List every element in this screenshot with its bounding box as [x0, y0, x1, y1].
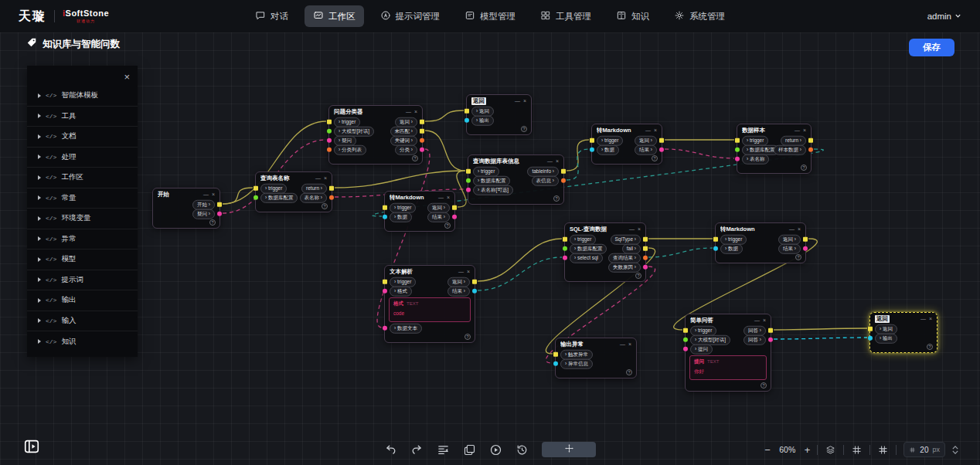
palette-item[interactable]: </>输入 — [27, 311, 138, 332]
palette-item[interactable]: </>智能体模板 — [27, 86, 138, 107]
nav-item-5[interactable]: 工具管理 — [532, 5, 600, 27]
close-icon[interactable]: × — [212, 192, 215, 197]
workflow-node-toMd3[interactable]: 转Markdown — ×› trigger返回 ›› 数据结果 ›? — [715, 222, 806, 263]
input-port[interactable]: › trigger — [383, 277, 416, 287]
help-icon[interactable]: ? — [444, 222, 451, 229]
output-port[interactable]: return › — [301, 184, 334, 194]
output-port[interactable]: 表信息 › — [532, 176, 566, 186]
output-port[interactable]: 分类 › — [395, 145, 424, 155]
snap-object-icon[interactable] — [877, 444, 889, 456]
output-port[interactable]: 表名称 › — [300, 193, 334, 203]
workflow-node-toMd1[interactable]: 转Markdown — ×› trigger返回 ›› 数据结果 ›? — [591, 124, 662, 165]
redo-icon[interactable] — [410, 443, 424, 457]
help-icon[interactable]: ? — [626, 369, 632, 375]
workflow-node-outErr[interactable]: 输出异常 — ×› 触发异常› 异常信息? — [555, 338, 637, 378]
input-port[interactable]: › 大模型[对话] — [683, 335, 730, 345]
input-port[interactable]: › 输出 — [868, 334, 897, 344]
input-port[interactable]: › 数据文本 — [383, 324, 422, 334]
help-icon[interactable]: ? — [927, 344, 933, 350]
output-port[interactable]: 回答 › — [744, 335, 773, 345]
workflow-node-sql[interactable]: SQL-查询数据 — ×› triggerSqlType ›› 数据库配置fai… — [564, 222, 646, 282]
input-port[interactable]: › 提问 — [683, 345, 713, 355]
user-menu[interactable]: admin — [927, 12, 961, 21]
palette-item[interactable]: </>文档 — [27, 127, 138, 148]
workflow-node-qdbi[interactable]: 查询数据库表信息 — ×› triggertableinfo ›› 数据库配置表… — [468, 154, 564, 205]
output-port[interactable]: 返回 › — [778, 235, 808, 245]
output-port[interactable]: 返回 › — [395, 117, 424, 127]
close-icon[interactable]: × — [467, 269, 470, 274]
history-icon[interactable] — [516, 443, 529, 457]
close-icon[interactable]: × — [124, 72, 130, 82]
minimize-icon[interactable]: — — [203, 192, 209, 197]
workflow-node-sample[interactable]: 数据样本 — ×› triggerreturn ›› 数据库配置样本数据 ›› … — [737, 124, 812, 174]
output-port[interactable]: tableinfo › — [527, 167, 566, 177]
minimize-icon[interactable]: — — [620, 341, 625, 347]
output-port[interactable]: 回答 › — [744, 326, 773, 336]
close-icon[interactable]: × — [929, 316, 932, 321]
close-icon[interactable]: × — [763, 317, 766, 323]
close-icon[interactable]: × — [803, 127, 806, 133]
minimize-icon[interactable]: — — [789, 226, 795, 232]
minimize-icon[interactable]: — — [315, 175, 321, 181]
input-port[interactable]: › trigger — [590, 136, 623, 146]
workflow-node-classifier[interactable]: 问题分类器 — ×› trigger返回 ›› 大模型[对话]未匹配 ›› 疑问… — [328, 105, 423, 165]
minimize-icon[interactable]: — — [515, 98, 520, 104]
grid-size-stepper[interactable] — [952, 446, 958, 454]
input-port[interactable]: › 大模型[对话] — [327, 127, 374, 137]
output-port[interactable]: 结果 › — [635, 145, 664, 155]
minimize-icon[interactable]: — — [754, 317, 760, 323]
palette-item[interactable]: </>异常 — [27, 229, 138, 250]
play-icon[interactable] — [489, 443, 502, 457]
input-port[interactable]: › 异常信息 — [553, 359, 593, 369]
nav-item-3[interactable]: 提示词管理 — [372, 5, 449, 27]
input-port[interactable]: › trigger — [254, 184, 287, 194]
zoom-out-button[interactable]: − — [764, 445, 771, 455]
grid-size-input[interactable]: 20 px — [903, 442, 945, 457]
close-icon[interactable]: × — [556, 158, 559, 164]
nav-item-7[interactable]: 系统管理 — [665, 5, 733, 27]
help-icon[interactable]: ? — [652, 155, 658, 161]
palette-item[interactable]: </>知识 — [27, 331, 138, 352]
output-port[interactable]: 关键词 › — [390, 136, 424, 146]
undo-icon[interactable] — [384, 443, 397, 457]
input-port[interactable]: › 数据库配置 — [735, 145, 779, 155]
input-port[interactable]: › 返回 — [464, 107, 494, 117]
save-button[interactable]: 保存 — [909, 39, 954, 56]
output-port[interactable]: 失败原因 › — [608, 263, 648, 273]
minimize-icon[interactable]: — — [920, 316, 926, 321]
minimize-icon[interactable]: — — [458, 269, 464, 274]
input-port[interactable]: › 表名称[可选] — [466, 185, 513, 195]
input-port[interactable]: › 疑问 — [327, 136, 356, 146]
input-port[interactable]: › trigger — [735, 136, 768, 146]
palette-item[interactable]: </>输出 — [27, 290, 138, 311]
zoom-in-button[interactable]: + — [805, 445, 811, 455]
workflow-node-returnSel[interactable]: 返回 — ×› 返回› 输出? — [869, 312, 937, 353]
output-port[interactable]: return › — [781, 136, 813, 146]
help-icon[interactable]: ? — [801, 165, 807, 171]
help-icon[interactable]: ? — [412, 155, 418, 161]
palette-item[interactable]: </>处理 — [27, 148, 138, 168]
help-icon[interactable]: ? — [521, 126, 527, 132]
minimize-icon[interactable]: — — [629, 226, 635, 232]
nav-item-4[interactable]: 模型管理 — [456, 5, 524, 27]
input-port[interactable]: › 分类列表 — [327, 145, 366, 155]
minimize-icon[interactable]: — — [645, 127, 651, 133]
pan-mode-button[interactable] — [542, 442, 596, 457]
close-icon[interactable]: × — [638, 226, 641, 232]
palette-item[interactable]: </>工作区 — [27, 168, 138, 188]
palette-item[interactable]: </>提示词 — [27, 270, 138, 291]
help-icon[interactable]: ? — [322, 203, 328, 209]
input-port[interactable]: › 返回 — [868, 324, 897, 334]
palette-item[interactable]: </>模型 — [27, 249, 138, 270]
input-port[interactable]: › 数据 — [383, 212, 412, 222]
output-port[interactable]: SqlType › — [611, 235, 648, 245]
close-icon[interactable]: × — [628, 341, 631, 347]
close-icon[interactable]: × — [447, 195, 450, 200]
help-icon[interactable]: ? — [209, 219, 216, 226]
layers-copy-icon[interactable] — [463, 443, 476, 457]
nav-item-1[interactable]: 对话 — [247, 5, 297, 27]
panel-toggle-button[interactable] — [23, 438, 40, 458]
input-port[interactable]: › select sql — [563, 253, 603, 263]
input-port[interactable]: › 数据库配置 — [254, 193, 298, 203]
workflow-node-textParse[interactable]: 文本解析 — ×› trigger返回 ›› 格式结果 › 格式 TEXT co… — [384, 265, 475, 343]
